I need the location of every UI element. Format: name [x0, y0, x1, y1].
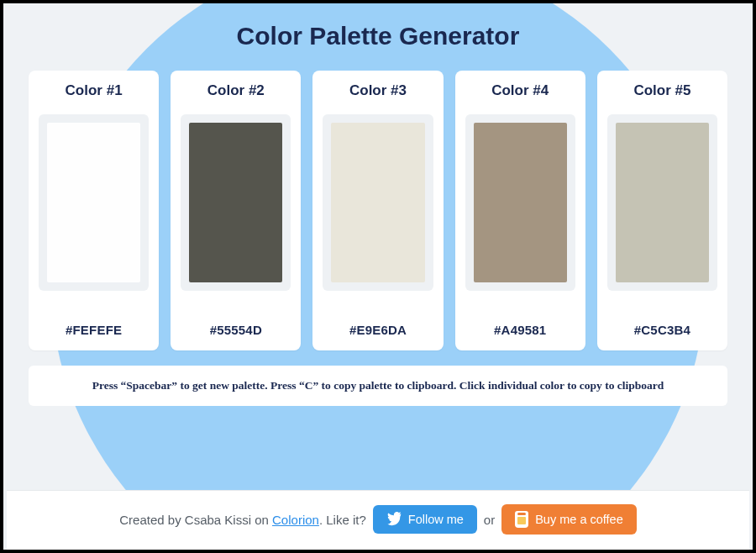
buy-coffee-button[interactable]: Buy me a coffee — [501, 504, 637, 535]
color-label: Color #4 — [491, 82, 549, 99]
follow-label: Follow me — [408, 513, 464, 526]
coffee-icon — [515, 511, 528, 528]
color-hex: #FEFEFE — [66, 323, 122, 337]
color-card-1[interactable]: Color #1 #FEFEFE — [29, 71, 159, 350]
color-swatch-4 — [474, 123, 567, 282]
page-title: Color Palette Generator — [29, 22, 727, 50]
color-swatch-3 — [331, 123, 424, 282]
footer-or: or — [484, 513, 495, 527]
swatch-frame — [181, 114, 291, 291]
swatch-frame — [607, 114, 717, 291]
swatch-frame — [39, 114, 149, 291]
color-card-3[interactable]: Color #3 #E9E6DA — [312, 71, 443, 350]
color-label: Color #1 — [66, 82, 123, 99]
color-swatch-1 — [47, 123, 140, 282]
color-card-2[interactable]: Color #2 #55554D — [171, 71, 301, 350]
follow-button[interactable]: Follow me — [373, 505, 477, 534]
colorion-link[interactable]: Colorion — [272, 513, 319, 527]
palette-row: Color #1 #FEFEFE Color #2 #55554D Color … — [29, 71, 727, 350]
footer-created-text: Created by Csaba Kissi on Colorion. Like… — [119, 513, 366, 527]
twitter-icon — [386, 512, 402, 527]
color-card-4[interactable]: Color #4 #A49581 — [455, 71, 585, 350]
footer: Created by Csaba Kissi on Colorion. Like… — [7, 490, 749, 550]
color-hex: #C5C3B4 — [634, 323, 690, 337]
color-label: Color #5 — [633, 82, 690, 99]
color-swatch-2 — [189, 123, 282, 282]
instructions-bar: Press “Spacebar” to get new palette. Pre… — [29, 366, 727, 406]
color-hex: #E9E6DA — [349, 323, 407, 337]
swatch-frame — [465, 114, 575, 291]
coffee-label: Buy me a coffee — [535, 513, 623, 526]
color-card-5[interactable]: Color #5 #C5C3B4 — [597, 71, 727, 350]
color-swatch-5 — [616, 123, 709, 282]
color-hex: #55554D — [210, 323, 262, 337]
color-label: Color #3 — [349, 82, 407, 99]
color-label: Color #2 — [207, 82, 265, 99]
swatch-frame — [323, 114, 433, 291]
color-hex: #A49581 — [494, 323, 546, 337]
